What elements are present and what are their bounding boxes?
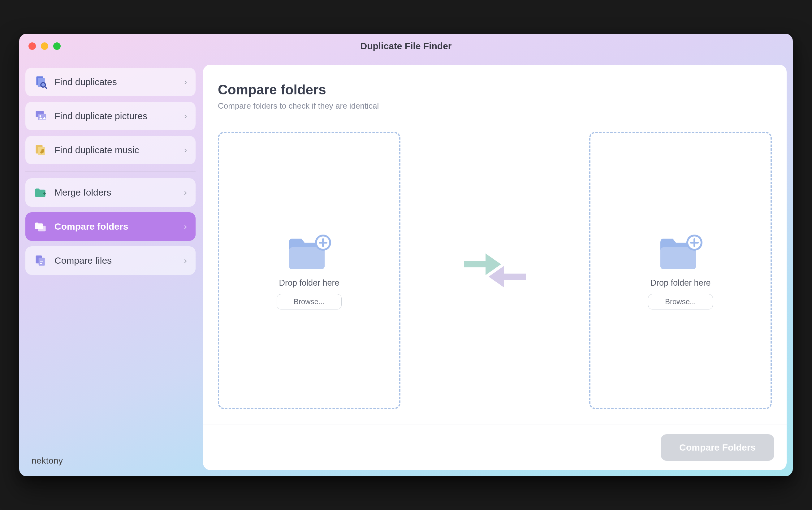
main-header: Compare folders Compare folders to check…: [203, 65, 787, 113]
chevron-right-icon: ›: [184, 222, 187, 231]
svg-line-3: [45, 87, 47, 88]
sidebar-item-label: Find duplicates: [55, 77, 177, 87]
folder-add-icon: [657, 232, 704, 272]
sidebar-item-compare-files[interactable]: Compare files ›: [25, 246, 196, 275]
chevron-right-icon: ›: [184, 77, 187, 87]
folder-add-icon: [286, 232, 332, 272]
window-title: Duplicate File Finder: [360, 41, 452, 51]
drop-zone-label: Drop folder here: [279, 278, 339, 288]
sidebar-item-find-duplicate-music[interactable]: Find duplicate music ›: [25, 136, 196, 164]
svg-rect-8: [38, 147, 45, 155]
compare-arrows-icon: [455, 132, 535, 409]
browse-button-right[interactable]: Browse...: [648, 294, 713, 309]
sidebar-item-label: Merge folders: [55, 187, 177, 198]
folder-compare-icon: [34, 220, 48, 233]
sidebar-separator: [25, 171, 196, 171]
pictures-icon: [34, 109, 48, 123]
sidebar-item-find-duplicates[interactable]: Find duplicates ›: [25, 68, 196, 96]
chevron-right-icon: ›: [184, 188, 187, 197]
maximize-window-button[interactable]: [53, 42, 61, 50]
drop-area: Drop folder here Browse...: [203, 113, 787, 425]
file-search-icon: [34, 75, 48, 89]
titlebar: Duplicate File Finder: [19, 34, 793, 58]
compare-folders-button[interactable]: Compare Folders: [661, 434, 774, 461]
sidebar-item-label: Find duplicate pictures: [55, 111, 177, 121]
page-subtitle: Compare folders to check if they are ide…: [218, 101, 772, 111]
sidebar-item-merge-folders[interactable]: Merge folders ›: [25, 178, 196, 207]
browse-button-left[interactable]: Browse...: [277, 294, 342, 309]
sidebar-item-compare-folders[interactable]: Compare folders ›: [25, 212, 196, 241]
minimize-window-button[interactable]: [41, 42, 48, 50]
sidebar-item-find-duplicate-pictures[interactable]: Find duplicate pictures ›: [25, 102, 196, 130]
chevron-right-icon: ›: [184, 111, 187, 121]
footer-bar: Compare Folders: [203, 425, 787, 470]
window-controls: [28, 42, 61, 50]
chevron-right-icon: ›: [184, 256, 187, 265]
brand-logo: nektony: [32, 456, 63, 466]
chevron-right-icon: ›: [184, 145, 187, 155]
page-title: Compare folders: [218, 82, 772, 97]
sidebar: Find duplicates › Find duplicate picture…: [25, 65, 196, 470]
sidebar-item-label: Find duplicate music: [55, 145, 177, 155]
sidebar-item-label: Compare files: [55, 255, 177, 266]
drop-zone-left[interactable]: Drop folder here Browse...: [218, 132, 400, 409]
music-icon: [34, 143, 48, 157]
folder-merge-icon: [34, 186, 48, 199]
svg-point-6: [39, 115, 41, 117]
close-window-button[interactable]: [28, 42, 36, 50]
drop-zone-right[interactable]: Drop folder here Browse...: [589, 132, 772, 409]
app-window: Duplicate File Finder Find duplicates ›: [19, 34, 793, 476]
main-panel: Compare folders Compare folders to check…: [203, 65, 787, 470]
drop-zone-label: Drop folder here: [650, 278, 710, 288]
sidebar-item-label: Compare folders: [55, 221, 177, 232]
svg-rect-14: [289, 247, 325, 269]
svg-rect-19: [660, 247, 696, 269]
body-area: Find duplicates › Find duplicate picture…: [19, 58, 793, 476]
file-compare-icon: [34, 254, 48, 267]
